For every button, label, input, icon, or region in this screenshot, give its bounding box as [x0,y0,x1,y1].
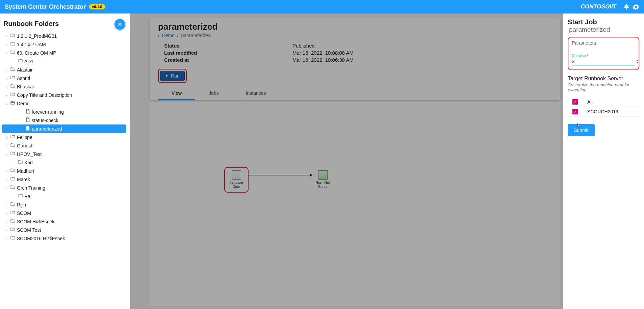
top-bar: System Center Orchestrator v0.1.0 CONTOS… [0,0,644,13]
svg-line-3 [624,6,625,6]
settings-icon[interactable] [633,3,639,10]
svg-line-4 [628,6,629,6]
svg-line-5 [624,7,625,8]
current-user: CONTOSO\IT [581,3,616,10]
app-title: System Center Orchestrator [5,3,86,10]
svg-line-6 [628,7,629,8]
bug-icon[interactable] [623,3,630,10]
version-badge: v0.1.0 [89,4,105,9]
svg-point-0 [625,5,628,8]
